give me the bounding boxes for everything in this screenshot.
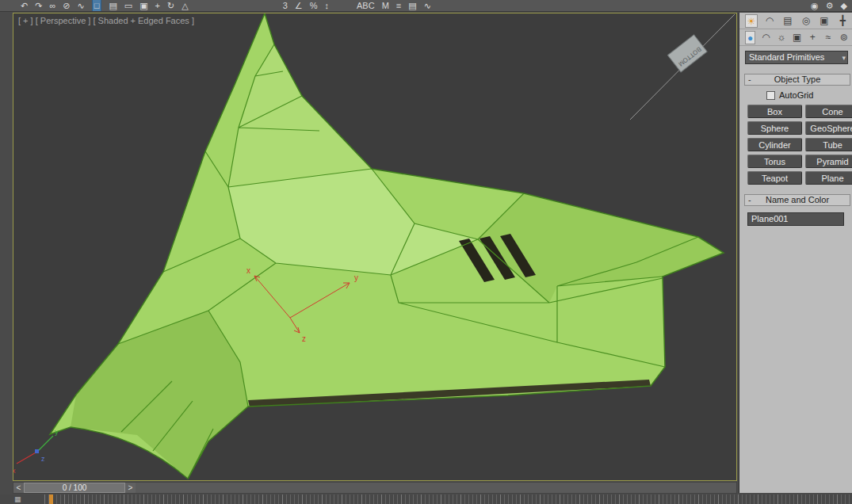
shapes-category-icon[interactable]: ◠ xyxy=(761,31,771,44)
scale-icon[interactable]: △ xyxy=(181,0,188,11)
rect-selection-icon[interactable]: ▭ xyxy=(124,0,132,11)
viewport-canvas: BOTTOM x y z xyxy=(13,13,736,480)
autogrid-label: AutoGrid xyxy=(779,90,813,100)
primitives-dropdown-value: Standard Primitives xyxy=(749,52,824,62)
model-face-left-tail xyxy=(71,311,248,479)
collapse-minus-icon[interactable]: - xyxy=(748,195,751,205)
curve-editor-icon[interactable]: ∿ xyxy=(424,0,431,11)
world-x-axis xyxy=(17,452,37,464)
create-tab-icon[interactable]: ☀ xyxy=(745,14,758,28)
torus-button[interactable]: Torus xyxy=(747,155,802,168)
render-setup-icon[interactable]: ⚙ xyxy=(826,0,834,11)
world-z-dot xyxy=(35,449,39,453)
pyramid-button[interactable]: Pyramid xyxy=(805,155,852,168)
world-y-label: y xyxy=(55,428,59,436)
model-plane001[interactable] xyxy=(50,13,724,479)
geosphere-button[interactable]: GeoSphere xyxy=(805,121,852,135)
layer-manager-icon[interactable]: ▤ xyxy=(408,0,416,11)
time-slider[interactable]: < 0 / 100 > xyxy=(13,482,737,494)
snaps-toggle-icon[interactable]: 3 xyxy=(283,0,288,11)
window-crossing-icon[interactable]: ▣ xyxy=(139,0,147,11)
unlink-icon[interactable]: ⊘ xyxy=(63,0,70,11)
plane-button[interactable]: Plane xyxy=(805,171,852,185)
mirror-icon[interactable]: M xyxy=(382,0,389,11)
world-axis-tripod: x y z xyxy=(13,428,59,475)
sphere-button[interactable]: Sphere xyxy=(747,121,802,135)
geometry-category-icon[interactable]: ● xyxy=(745,31,755,44)
previous-frame-button[interactable]: < xyxy=(13,483,24,493)
hierarchy-tab-icon[interactable]: ▤ xyxy=(781,14,794,28)
systems-category-icon[interactable]: ⊚ xyxy=(839,31,849,44)
gizmo-x-label: x xyxy=(246,266,250,275)
motion-tab-icon[interactable]: ◎ xyxy=(800,14,812,28)
move-icon[interactable]: + xyxy=(155,0,160,11)
angle-snap-icon[interactable]: ∠ xyxy=(295,0,303,11)
viewport-label[interactable]: [ + ] [ Perspective ] [ Shaded + Edged F… xyxy=(18,16,194,25)
rotate-icon[interactable]: ↻ xyxy=(167,0,174,11)
track-bar-ticks xyxy=(44,494,852,504)
cameras-category-icon[interactable]: ▣ xyxy=(792,31,802,44)
display-tab-icon[interactable]: ▣ xyxy=(818,14,831,28)
time-slider-handle[interactable]: 0 / 100 xyxy=(24,483,125,493)
collapse-minus-icon[interactable]: - xyxy=(748,74,751,85)
next-frame-button[interactable]: > xyxy=(125,483,136,493)
select-by-name-icon[interactable]: ▤ xyxy=(109,0,117,11)
current-frame-marker[interactable] xyxy=(49,494,53,504)
cylinder-button[interactable]: Cylinder xyxy=(747,138,802,151)
object-name-input[interactable]: Plane001 xyxy=(747,212,844,226)
gizmo-z-label: z xyxy=(302,334,306,343)
render-icon[interactable]: ◆ xyxy=(841,0,847,11)
named-selection-sets-label[interactable]: ABC xyxy=(357,0,375,11)
tube-button[interactable]: Tube xyxy=(805,138,852,151)
main-toolbar: ↶ ↷ ∞ ⊘ ∿ □ ▤ ▭ ▣ + ↻ △ 3 ∠ % ↕ ABC M ≡ … xyxy=(0,0,852,12)
select-link-icon[interactable]: ∞ xyxy=(49,0,55,11)
command-panel-tabs: ☀ ◠ ▤ ◎ ▣ ╋ xyxy=(739,13,852,29)
space-warps-category-icon[interactable]: ≈ xyxy=(823,31,834,44)
autogrid-checkbox[interactable] xyxy=(766,91,775,100)
autogrid-row: AutoGrid xyxy=(739,86,852,101)
align-icon[interactable]: ≡ xyxy=(396,0,401,11)
mini-curve-editor-icon[interactable]: ▦ xyxy=(14,495,21,503)
object-type-rollout-header[interactable]: - Object Type xyxy=(744,74,850,86)
bind-spacewarp-icon[interactable]: ∿ xyxy=(78,0,85,11)
viewcube[interactable]: BOTTOM xyxy=(667,35,707,72)
object-type-rollout-title: Object Type xyxy=(774,74,821,84)
utilities-tab-icon[interactable]: ╋ xyxy=(836,14,849,28)
name-color-rollout-header[interactable]: - Name and Color xyxy=(744,194,850,206)
percent-snap-icon[interactable]: % xyxy=(310,0,318,11)
redo-icon[interactable]: ↷ xyxy=(35,0,42,11)
primitives-dropdown[interactable]: Standard Primitives ▾ xyxy=(745,51,848,64)
world-y-axis xyxy=(37,436,53,452)
world-x-label: x xyxy=(13,467,16,475)
spinner-snap-icon[interactable]: ↕ xyxy=(325,0,330,11)
modify-tab-icon[interactable]: ◠ xyxy=(763,14,776,28)
cone-button[interactable]: Cone xyxy=(805,105,852,118)
lights-category-icon[interactable]: ☼ xyxy=(777,31,787,44)
chevron-down-icon: ▾ xyxy=(842,52,846,64)
perspective-viewport[interactable]: [ + ] [ Perspective ] [ Shaded + Edged F… xyxy=(13,13,737,481)
teapot-button[interactable]: Teapot xyxy=(747,171,802,185)
select-object-icon[interactable]: □ xyxy=(92,0,102,12)
track-bar[interactable]: ▦ xyxy=(0,494,852,504)
helpers-category-icon[interactable]: + xyxy=(808,31,818,44)
material-editor-icon[interactable]: ◉ xyxy=(811,0,819,11)
undo-icon[interactable]: ↶ xyxy=(21,0,28,11)
world-z-label: z xyxy=(41,455,45,463)
object-type-buttons: Box Cone Sphere GeoSphere Cylinder Tube … xyxy=(739,101,852,185)
box-button[interactable]: Box xyxy=(747,105,802,118)
viewcube-face[interactable] xyxy=(667,35,707,72)
gizmo-y-label: y xyxy=(354,273,358,282)
name-color-rollout-title: Name and Color xyxy=(766,195,829,204)
create-category-row: ● ◠ ☼ ▣ + ≈ ⊚ xyxy=(739,29,852,46)
command-panel: ☀ ◠ ▤ ◎ ▣ ╋ ● ◠ ☼ ▣ + ≈ ⊚ Standard Primi… xyxy=(739,13,852,493)
